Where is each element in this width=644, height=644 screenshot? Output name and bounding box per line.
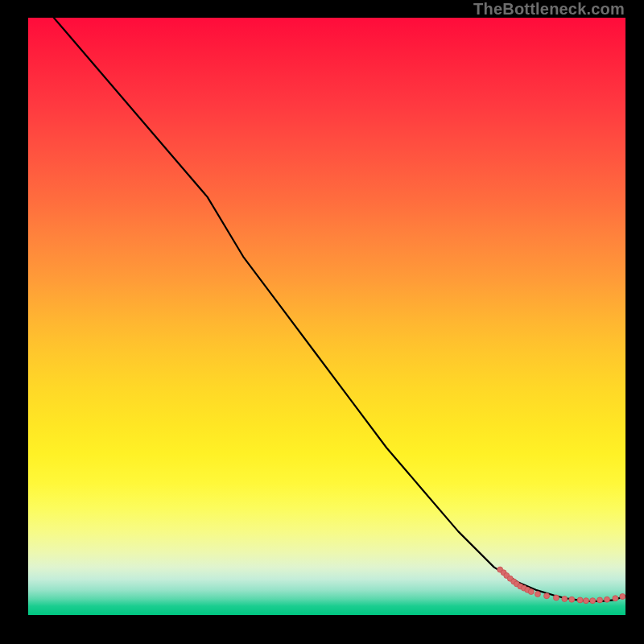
plot-area [28,18,625,615]
data-point [528,589,534,595]
data-point [544,593,550,599]
data-point [535,592,540,597]
data-point [553,595,559,601]
data-point [569,597,575,602]
data-point [562,596,568,601]
data-point [597,597,603,603]
data-point [605,597,610,602]
data-point [584,598,589,604]
chart-svg [28,18,625,615]
chart-stage: TheBottleneck.com [0,0,644,644]
bottleneck-curve [28,18,625,601]
data-point [577,597,583,603]
data-point [613,596,618,601]
watermark-text: TheBottleneck.com [473,0,625,19]
data-point [620,594,625,600]
data-point [590,598,596,604]
curve-path [28,18,625,601]
